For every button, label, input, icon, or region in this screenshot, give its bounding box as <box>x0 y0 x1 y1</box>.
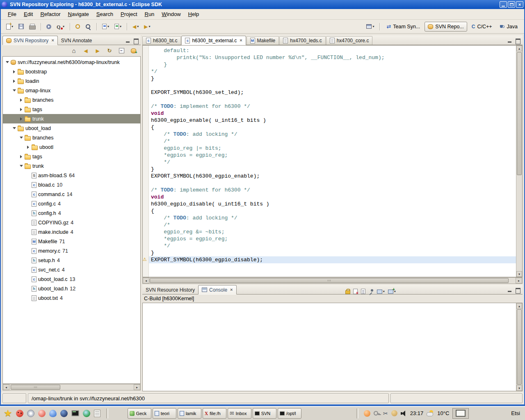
tree-item-branches[interactable]: branches <box>3 133 140 142</box>
maximize-button[interactable] <box>508 1 515 8</box>
previous-annotation-button[interactable]: ▾ <box>112 22 123 32</box>
editor-hscroll-track[interactable] <box>149 278 516 283</box>
tree-item-asm-bload-s[interactable]: Sasm-bload.S64 <box>3 171 140 180</box>
menu-item-refactor[interactable]: Refactor <box>37 10 64 18</box>
media-app-icon[interactable] <box>38 410 46 417</box>
scroll-right-icon[interactable]: ▸ <box>516 278 522 283</box>
perspective-svn-repo[interactable]: SVN Repo... <box>425 22 467 32</box>
console-minimize-button[interactable] <box>507 288 513 293</box>
tray-handle[interactable] <box>356 409 358 418</box>
bug-app-icon[interactable] <box>16 410 23 417</box>
tree-item-svn-fuzzyneural-net-h6300-omap-linux-trunk[interactable]: svn://fuzzyneural.net/h6300/omap-linux/t… <box>3 57 140 67</box>
paint-app-icon[interactable] <box>49 410 57 417</box>
tree-item-tags[interactable]: tags <box>3 152 140 161</box>
taskbar-window-lamik[interactable]: lamik <box>178 408 201 419</box>
close-button[interactable]: × <box>516 1 523 8</box>
tree-item-tags[interactable]: tags <box>3 105 140 114</box>
new-repository-location-button[interactable] <box>129 47 137 55</box>
scroll-down-icon[interactable]: ▾ <box>516 385 522 391</box>
tree-scroll-track[interactable] <box>9 384 134 390</box>
menu-item-edit[interactable]: Edit <box>20 10 37 18</box>
tree-item-command-c[interactable]: ccommand.c14 <box>3 189 140 199</box>
search-button[interactable]: Etsi <box>508 409 523 418</box>
taskbar-window-geck[interactable]: Geck <box>128 408 151 419</box>
scroll-left-icon[interactable]: ◂ <box>143 278 149 283</box>
collapse-arrow-icon[interactable] <box>5 57 10 67</box>
terminal-app-icon[interactable] <box>71 410 79 416</box>
display-applet[interactable] <box>452 408 469 419</box>
collapse-all-button[interactable] <box>117 47 126 55</box>
tree-item-trunk[interactable]: trunk <box>3 161 140 171</box>
editor-tab-hx4700-leds-c[interactable]: hx4700_leds.c <box>279 36 325 45</box>
editor-vscroll-thumb[interactable] <box>517 52 522 175</box>
close-icon[interactable]: × <box>230 288 233 292</box>
scroll-right-icon[interactable]: ▸ <box>134 384 140 390</box>
tree-item-copying-gz[interactable]: COPYING.gz4 <box>3 218 140 227</box>
menu-item-file[interactable]: File <box>4 10 20 18</box>
tree-item-bload-c[interactable]: cbload.c10 <box>3 180 140 189</box>
cd-app-icon[interactable] <box>27 410 34 417</box>
taskbar-window-svn[interactable]: SVN <box>253 408 276 419</box>
next-annotation-button[interactable]: ▾ <box>100 22 111 32</box>
refresh-button[interactable] <box>105 47 114 55</box>
view-minimize-button[interactable] <box>125 38 131 43</box>
tree-item-uboot-load-h[interactable]: huboot_load.h12 <box>3 284 140 293</box>
view-tab-svn-repository[interactable]: SVN Repository× <box>2 36 58 45</box>
perspective-team-syn[interactable]: Team Syn... <box>383 22 423 32</box>
titlebar[interactable]: SVN Repository Exploring - h6300_bt_exte… <box>0 0 525 9</box>
console-maximize-button[interactable] <box>515 288 521 293</box>
open-console-button[interactable]: ▾ <box>388 290 396 294</box>
tree-item-makefile[interactable]: MMakefile71 <box>3 237 140 246</box>
open-element-button[interactable] <box>73 22 82 32</box>
volume-icon[interactable] <box>401 411 407 416</box>
weather-icon[interactable] <box>427 410 434 416</box>
view-tab-console[interactable]: Console× <box>198 285 236 294</box>
menu-item-navigate[interactable]: Navigate <box>64 10 93 18</box>
external-tools-button[interactable]: ▾ <box>55 22 66 32</box>
taskbar-window-opt-l[interactable]: /opt/l <box>278 408 301 419</box>
console-vscroll-track[interactable] <box>516 309 522 385</box>
expand-arrow-icon[interactable] <box>18 152 24 161</box>
applet-icon[interactable] <box>391 410 397 416</box>
minimize-button[interactable] <box>500 1 507 8</box>
run-last-tool-button[interactable] <box>44 22 53 32</box>
view-tab-svn-annotate[interactable]: SVN Annotate <box>58 36 95 45</box>
taskbar-window-teori[interactable]: teori <box>153 408 176 419</box>
console-vscroll-thumb[interactable] <box>517 309 522 385</box>
menu-item-search[interactable]: Search <box>93 10 117 18</box>
editor-tab-makefile[interactable]: MMakefile <box>247 36 279 45</box>
tree-item-bootstrap[interactable]: bootstrap <box>3 67 140 76</box>
expand-arrow-icon[interactable] <box>18 95 24 105</box>
clear-console-button[interactable] <box>353 289 358 294</box>
menu-item-help[interactable]: Help <box>185 10 203 18</box>
tree-item-config-h[interactable]: hconfig.h4 <box>3 208 140 218</box>
taskbar-window-file-h[interactable]: file:/h <box>203 408 226 419</box>
scroll-up-icon[interactable]: ▴ <box>516 46 522 51</box>
menu-item-run[interactable]: Run <box>141 10 158 18</box>
editor-code[interactable]: default: printk("%s: Unsupported LED num… <box>149 46 516 277</box>
scroll-left-icon[interactable]: ◂ <box>3 384 9 390</box>
tree-item-omap-linux[interactable]: omap-linux <box>3 86 140 95</box>
editor-tab-h6300-bt-c[interactable]: ch6300_bt.c <box>142 36 181 45</box>
editor-tab-h6300-bt-external-c[interactable]: ch6300_bt_external.c× <box>181 36 246 45</box>
expand-arrow-icon[interactable] <box>25 142 31 152</box>
tree-item-loadin[interactable]: loadin <box>3 76 140 86</box>
editor-hscroll-thumb[interactable] <box>150 278 509 283</box>
pin-console-button[interactable] <box>369 289 374 294</box>
favorites-star-icon[interactable] <box>4 408 12 419</box>
collapse-arrow-icon[interactable] <box>11 86 17 95</box>
search-button[interactable] <box>83 22 93 32</box>
tree-scroll-thumb[interactable] <box>11 385 60 390</box>
tree-horizontal-scrollbar[interactable]: ◂ ▸ <box>2 384 141 390</box>
console-vertical-scrollbar[interactable]: ▴ ▾ <box>516 303 522 391</box>
display-selected-console-button[interactable]: ▾ <box>377 290 385 294</box>
print-button[interactable] <box>27 22 37 32</box>
tree-item-setup-h[interactable]: hsetup.h4 <box>3 256 140 265</box>
home-button[interactable] <box>70 47 78 55</box>
tree-item-make-include[interactable]: make.include4 <box>3 227 140 237</box>
view-tab-svn-resource-history[interactable]: SVN Resource History <box>142 285 198 294</box>
tree-item-ubootl[interactable]: ubootl <box>3 142 140 152</box>
taskbar-window-inbox[interactable]: Inbox <box>228 408 251 419</box>
clipper-icon[interactable] <box>383 410 388 417</box>
browser-app-icon[interactable] <box>60 410 68 417</box>
